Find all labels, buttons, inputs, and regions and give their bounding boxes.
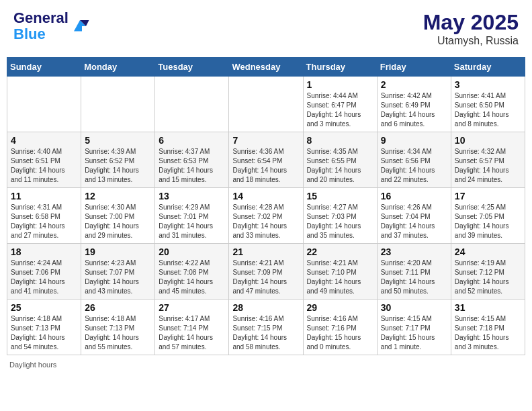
day-info: Sunrise: 4:39 AM Sunset: 6:52 PM Dayligh… — [85, 147, 151, 185]
logo-text: GeneralBlue — [13, 10, 69, 42]
day-cell: 14Sunrise: 4:28 AM Sunset: 7:02 PM Dayli… — [229, 188, 303, 244]
day-info: Sunrise: 4:32 AM Sunset: 6:57 PM Dayligh… — [455, 147, 521, 185]
page-header: GeneralBlue May 2025 Utamysh, Russia — [7, 7, 525, 50]
day-info: Sunrise: 4:41 AM Sunset: 6:50 PM Dayligh… — [455, 91, 521, 129]
footer-note: Daylight hours — [7, 361, 525, 369]
day-cell: 28Sunrise: 4:16 AM Sunset: 7:15 PM Dayli… — [229, 300, 303, 355]
day-info: Sunrise: 4:18 AM Sunset: 7:13 PM Dayligh… — [11, 314, 77, 352]
day-info: Sunrise: 4:27 AM Sunset: 7:03 PM Dayligh… — [307, 203, 373, 240]
day-cell: 8Sunrise: 4:35 AM Sunset: 6:55 PM Daylig… — [303, 132, 377, 188]
day-number: 28 — [232, 302, 299, 313]
day-number: 22 — [307, 246, 373, 257]
day-number: 8 — [307, 135, 373, 146]
day-number: 29 — [307, 302, 373, 313]
day-info: Sunrise: 4:36 AM Sunset: 6:54 PM Dayligh… — [232, 147, 299, 185]
day-number: 27 — [159, 302, 225, 313]
day-number: 24 — [455, 246, 521, 257]
week-row-5: 25Sunrise: 4:18 AM Sunset: 7:13 PM Dayli… — [7, 300, 525, 355]
day-number: 12 — [85, 191, 151, 201]
day-header-thursday: Thursday — [303, 58, 377, 77]
logo: GeneralBlue — [13, 10, 90, 42]
day-info: Sunrise: 4:31 AM Sunset: 6:58 PM Dayligh… — [11, 203, 77, 240]
day-cell: 17Sunrise: 4:25 AM Sunset: 7:05 PM Dayli… — [451, 188, 525, 244]
day-cell: 13Sunrise: 4:29 AM Sunset: 7:01 PM Dayli… — [155, 188, 229, 244]
day-number: 7 — [232, 135, 299, 146]
day-cell: 11Sunrise: 4:31 AM Sunset: 6:58 PM Dayli… — [7, 188, 81, 244]
day-info: Sunrise: 4:44 AM Sunset: 6:47 PM Dayligh… — [307, 91, 373, 129]
day-cell: 29Sunrise: 4:16 AM Sunset: 7:16 PM Dayli… — [303, 300, 377, 355]
day-number: 19 — [85, 246, 151, 257]
calendar-body: 1Sunrise: 4:44 AM Sunset: 6:47 PM Daylig… — [7, 77, 525, 355]
day-number: 23 — [381, 246, 447, 257]
day-cell: 3Sunrise: 4:41 AM Sunset: 6:50 PM Daylig… — [451, 77, 525, 132]
day-cell: 25Sunrise: 4:18 AM Sunset: 7:13 PM Dayli… — [7, 300, 81, 355]
week-row-3: 11Sunrise: 4:31 AM Sunset: 6:58 PM Dayli… — [7, 188, 525, 244]
day-number: 21 — [232, 246, 299, 257]
day-number: 26 — [85, 302, 151, 313]
day-number: 30 — [381, 302, 447, 313]
day-info: Sunrise: 4:40 AM Sunset: 6:51 PM Dayligh… — [11, 147, 77, 185]
day-header-saturday: Saturday — [451, 58, 525, 77]
day-cell — [7, 77, 81, 132]
day-info: Sunrise: 4:35 AM Sunset: 6:55 PM Dayligh… — [307, 147, 373, 185]
day-number: 1 — [307, 79, 373, 90]
day-info: Sunrise: 4:21 AM Sunset: 7:09 PM Dayligh… — [232, 259, 299, 296]
day-number: 11 — [11, 191, 77, 201]
day-info: Sunrise: 4:15 AM Sunset: 7:18 PM Dayligh… — [455, 314, 521, 352]
week-row-1: 1Sunrise: 4:44 AM Sunset: 6:47 PM Daylig… — [7, 77, 525, 132]
day-info: Sunrise: 4:18 AM Sunset: 7:13 PM Dayligh… — [85, 314, 151, 352]
day-cell — [155, 77, 229, 132]
day-cell: 12Sunrise: 4:30 AM Sunset: 7:00 PM Dayli… — [81, 188, 155, 244]
day-cell: 9Sunrise: 4:34 AM Sunset: 6:56 PM Daylig… — [377, 132, 451, 188]
day-number: 15 — [307, 191, 373, 201]
week-row-4: 18Sunrise: 4:24 AM Sunset: 7:06 PM Dayli… — [7, 244, 525, 300]
day-cell: 5Sunrise: 4:39 AM Sunset: 6:52 PM Daylig… — [81, 132, 155, 188]
day-cell: 27Sunrise: 4:17 AM Sunset: 7:14 PM Dayli… — [155, 300, 229, 355]
day-info: Sunrise: 4:24 AM Sunset: 7:06 PM Dayligh… — [11, 259, 77, 296]
day-cell: 21Sunrise: 4:21 AM Sunset: 7:09 PM Dayli… — [229, 244, 303, 300]
day-header-wednesday: Wednesday — [229, 58, 303, 77]
day-cell: 20Sunrise: 4:22 AM Sunset: 7:08 PM Dayli… — [155, 244, 229, 300]
day-cell: 16Sunrise: 4:26 AM Sunset: 7:04 PM Dayli… — [377, 188, 451, 244]
day-header-sunday: Sunday — [7, 58, 81, 77]
day-number: 31 — [455, 302, 521, 313]
day-info: Sunrise: 4:26 AM Sunset: 7:04 PM Dayligh… — [381, 203, 447, 240]
day-cell: 30Sunrise: 4:15 AM Sunset: 7:17 PM Dayli… — [377, 300, 451, 355]
day-cell: 23Sunrise: 4:20 AM Sunset: 7:11 PM Dayli… — [377, 244, 451, 300]
week-row-2: 4Sunrise: 4:40 AM Sunset: 6:51 PM Daylig… — [7, 132, 525, 188]
day-info: Sunrise: 4:21 AM Sunset: 7:10 PM Dayligh… — [307, 259, 373, 296]
day-cell: 18Sunrise: 4:24 AM Sunset: 7:06 PM Dayli… — [7, 244, 81, 300]
days-header-row: SundayMondayTuesdayWednesdayThursdayFrid… — [7, 58, 525, 77]
day-cell: 22Sunrise: 4:21 AM Sunset: 7:10 PM Dayli… — [303, 244, 377, 300]
day-number: 16 — [381, 191, 447, 201]
day-cell: 19Sunrise: 4:23 AM Sunset: 7:07 PM Dayli… — [81, 244, 155, 300]
day-number: 25 — [11, 302, 77, 313]
day-cell: 6Sunrise: 4:37 AM Sunset: 6:53 PM Daylig… — [155, 132, 229, 188]
day-cell: 4Sunrise: 4:40 AM Sunset: 6:51 PM Daylig… — [7, 132, 81, 188]
day-cell — [229, 77, 303, 132]
day-info: Sunrise: 4:29 AM Sunset: 7:01 PM Dayligh… — [159, 203, 225, 240]
day-cell: 15Sunrise: 4:27 AM Sunset: 7:03 PM Dayli… — [303, 188, 377, 244]
day-number: 13 — [159, 191, 225, 201]
day-info: Sunrise: 4:25 AM Sunset: 7:05 PM Dayligh… — [455, 203, 521, 240]
day-number: 5 — [85, 135, 151, 146]
day-header-monday: Monday — [81, 58, 155, 77]
calendar-table: SundayMondayTuesdayWednesdayThursdayFrid… — [7, 57, 525, 355]
day-number: 14 — [232, 191, 299, 201]
day-info: Sunrise: 4:22 AM Sunset: 7:08 PM Dayligh… — [159, 259, 225, 296]
day-cell: 1Sunrise: 4:44 AM Sunset: 6:47 PM Daylig… — [303, 77, 377, 132]
day-info: Sunrise: 4:23 AM Sunset: 7:07 PM Dayligh… — [85, 259, 151, 296]
day-cell: 26Sunrise: 4:18 AM Sunset: 7:13 PM Dayli… — [81, 300, 155, 355]
day-number: 6 — [159, 135, 225, 146]
day-cell: 24Sunrise: 4:19 AM Sunset: 7:12 PM Dayli… — [451, 244, 525, 300]
day-info: Sunrise: 4:17 AM Sunset: 7:14 PM Dayligh… — [159, 314, 225, 352]
day-info: Sunrise: 4:42 AM Sunset: 6:49 PM Dayligh… — [381, 91, 447, 129]
day-cell: 2Sunrise: 4:42 AM Sunset: 6:49 PM Daylig… — [377, 77, 451, 132]
day-number: 3 — [455, 79, 521, 90]
day-cell — [81, 77, 155, 132]
day-number: 20 — [159, 246, 225, 257]
logo-icon — [70, 16, 90, 36]
day-number: 2 — [381, 79, 447, 90]
day-number: 18 — [11, 246, 77, 257]
day-number: 10 — [455, 135, 521, 146]
